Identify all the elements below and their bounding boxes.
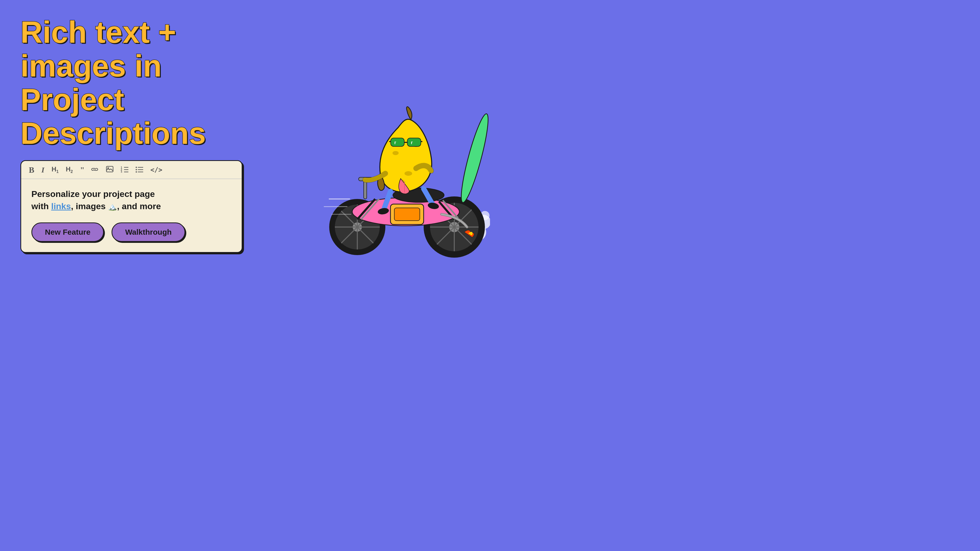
svg-text:r: r xyxy=(394,140,396,145)
link-icon[interactable] xyxy=(91,166,99,173)
svg-text:3: 3 xyxy=(121,171,122,173)
editor-content: Personalize your project page with links… xyxy=(32,188,231,212)
svg-point-44 xyxy=(393,151,399,155)
editor-text-line2-prefix: with xyxy=(32,201,51,211)
svg-rect-39 xyxy=(394,208,420,221)
editor-text-comma: , images xyxy=(71,201,108,211)
buttons-row: New Feature Walkthrough xyxy=(32,222,231,242)
h2-icon[interactable]: H2 xyxy=(66,166,73,174)
editor-card: B I H1 H2 " 1 2 xyxy=(21,160,242,253)
editor-toolbar: B I H1 H2 " 1 2 xyxy=(21,161,242,179)
ordered-list-icon[interactable]: 1 2 3 xyxy=(121,165,128,174)
code-icon[interactable]: </> xyxy=(150,167,162,173)
italic-icon[interactable]: I xyxy=(41,166,45,174)
image-emoji: 🏔️ xyxy=(108,202,117,212)
walkthrough-button[interactable]: Walkthrough xyxy=(111,222,185,242)
svg-text:r: r xyxy=(411,140,413,145)
bold-icon[interactable]: B xyxy=(29,166,34,174)
svg-point-8 xyxy=(136,167,137,168)
headline: Rich text + images in Project Descriptio… xyxy=(21,15,275,150)
character-illustration: r r xyxy=(317,102,490,260)
image-icon[interactable] xyxy=(106,166,114,174)
unordered-list-icon[interactable] xyxy=(135,165,143,174)
svg-point-9 xyxy=(136,169,137,170)
editor-link[interactable]: links xyxy=(51,201,71,211)
editor-text-line1: Personalize your project page xyxy=(32,189,155,199)
h1-icon[interactable]: H1 xyxy=(52,166,59,174)
svg-rect-51 xyxy=(391,138,404,146)
svg-point-45 xyxy=(404,171,412,176)
editor-text-end: , and more xyxy=(117,201,161,211)
svg-point-43 xyxy=(457,112,490,204)
svg-rect-52 xyxy=(407,138,421,146)
editor-body: Personalize your project page with links… xyxy=(21,179,242,252)
blockquote-icon[interactable]: " xyxy=(80,166,83,174)
headline-line1: Rich text + images in xyxy=(21,15,176,83)
headline-line2: Project Descriptions xyxy=(21,83,206,150)
main-container: Rich text + images in Project Descriptio… xyxy=(0,0,490,275)
new-feature-button[interactable]: New Feature xyxy=(32,222,104,242)
svg-point-10 xyxy=(136,171,137,173)
